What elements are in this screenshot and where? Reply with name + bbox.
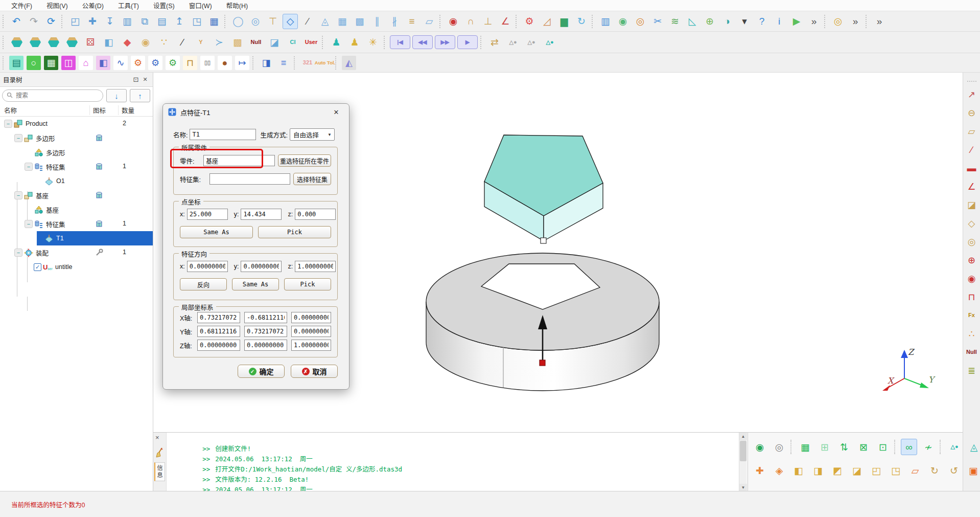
menu-view[interactable]: 视图(V) — [39, 0, 75, 11]
menu-settings[interactable]: 设置(S) — [146, 0, 182, 11]
point-y-input[interactable] — [241, 209, 282, 220]
toolbar-polygon-feature[interactable]: ◬ — [317, 14, 333, 29]
toolbar-worker-teal[interactable]: ♟ — [328, 34, 344, 51]
toolbar-prism-spectrum[interactable]: ◭ — [341, 55, 357, 71]
display-toolbar-cube-locate[interactable]: ◬ — [966, 439, 980, 455]
lcs-value-input[interactable] — [244, 326, 287, 337]
tree-row-polygon-part[interactable]: 多边形 — [0, 131, 153, 145]
search-input[interactable] — [16, 92, 99, 99]
toolbar-shape-group-3[interactable]: △● — [542, 34, 558, 51]
toolbar-quad-feature[interactable]: ▱ — [422, 14, 437, 29]
toolbar-shield-analysis[interactable]: ◆ — [119, 34, 135, 51]
toolbar-worker-yellow[interactable]: ♟ — [346, 34, 363, 51]
right-toolbar-diamond-plane[interactable]: ◇ — [965, 216, 978, 230]
tree-row-feature-t1[interactable]: T1 — [0, 231, 153, 245]
view-toolbar-iso-view[interactable]: ◈ — [771, 462, 787, 479]
right-toolbar-point-vector[interactable]: ↗ — [965, 87, 978, 101]
toolbar-vs-report[interactable]: ▥ — [598, 14, 613, 29]
toolbar-surface-feature[interactable]: ▦ — [335, 14, 350, 29]
toolbar-auto-tolerance[interactable]: Auto Tol. — [317, 55, 333, 71]
scrollbar-thumb[interactable] — [740, 441, 746, 461]
menu-help[interactable]: 帮助(H) — [219, 0, 255, 11]
tree-row-untitle[interactable]: User untitle — [0, 260, 153, 274]
display-toolbar-swap-views[interactable]: ⇅ — [836, 439, 852, 455]
toolbar-tray-model[interactable]: ▤ — [9, 55, 24, 71]
lcs-value-input[interactable] — [291, 312, 331, 323]
point-x-input[interactable] — [187, 209, 228, 220]
toolbar-mesh-cube[interactable]: ▩ — [229, 34, 246, 51]
lcs-value-input[interactable] — [291, 326, 331, 337]
toolbar-surface-points-feature[interactable]: ▩ — [352, 14, 367, 29]
view-toolbar-view-back[interactable]: ◳ — [888, 462, 904, 479]
toolbar-cube-swap[interactable]: ⇄ — [486, 34, 503, 51]
right-toolbar-concentric-circles[interactable]: ◎ — [965, 235, 978, 249]
display-toolbar-grid-filled[interactable]: ▦ — [797, 439, 813, 455]
toolbar-line-feature[interactable]: ∕ — [300, 14, 315, 29]
point-same-as-button[interactable]: Same As — [180, 226, 253, 238]
right-toolbar-position-target[interactable]: ⊕ — [965, 253, 978, 267]
expand-collapse-icon[interactable] — [14, 191, 22, 199]
toolbar-user-feature[interactable]: User — [303, 34, 319, 51]
view-toolbar-view-left[interactable]: ◧ — [790, 462, 807, 479]
toolbar-set-square[interactable]: ◿ — [539, 14, 554, 29]
toolbar-point-feature[interactable]: ◇ — [283, 14, 298, 29]
lcs-value-input[interactable] — [197, 340, 240, 351]
toolbar-tolerance-settings[interactable]: ⚙ — [522, 14, 537, 29]
toolbar-optimize-rotate[interactable]: ↻ — [574, 14, 589, 29]
tree-row-base-part[interactable]: 基座 — [0, 188, 153, 203]
toolbar-mirror-dropdown[interactable]: ▾ — [737, 14, 752, 29]
toolbar-cylinder-feature[interactable]: ◯ — [230, 14, 246, 29]
scroll-up-icon[interactable] — [739, 433, 747, 440]
right-toolbar-tree-cubes[interactable]: ∴ — [965, 327, 978, 341]
toolbar-step-prev[interactable]: ◀◀ — [412, 35, 433, 49]
display-toolbar-hide-entity-minus[interactable]: ◎ — [771, 439, 787, 455]
toolbar-plane-feature[interactable]: ≡ — [404, 14, 419, 29]
toolbar-panel-model[interactable]: ◧ — [96, 55, 111, 71]
dialog-title-bar[interactable]: 点特征-T1 — [163, 104, 349, 120]
tree-row-feature-o1[interactable]: O1 — [0, 174, 153, 188]
prism-handle-point[interactable] — [541, 238, 546, 243]
expand-collapse-icon[interactable] — [25, 220, 33, 228]
toolbar-help-rotate[interactable]: ? — [754, 14, 769, 29]
toolbar-point-network[interactable]: Y — [193, 34, 209, 51]
right-toolbar-plane-points[interactable]: ▱ — [965, 124, 978, 138]
view-toolbar-view-bottom[interactable]: ◪ — [849, 462, 865, 479]
close-panel-icon[interactable] — [141, 75, 150, 84]
select-featureset-button[interactable]: 选择特征集 — [293, 173, 331, 185]
toolbar-document-lines[interactable]: ▤ — [154, 14, 170, 29]
genmode-select[interactable]: 自由选择 — [290, 128, 335, 141]
menu-tolerance[interactable]: 公差(D) — [75, 0, 111, 11]
point-pick-button[interactable]: Pick — [258, 226, 331, 238]
right-toolbar-parallel-planes[interactable]: ▬ — [965, 161, 978, 175]
toolbar-null-feature[interactable]: Null — [248, 34, 264, 51]
tree-row-polygon-featureset[interactable]: 特征集 1 — [0, 160, 153, 174]
toolbar-export-file[interactable]: ↥ — [172, 14, 187, 29]
right-toolbar-fold-plane[interactable]: ◪ — [965, 198, 978, 212]
toolbar-gauge-report[interactable]: ◎ — [633, 14, 648, 29]
toolbar-chevron-points[interactable]: ≻ — [211, 34, 227, 51]
right-toolbar-angle-measure[interactable]: ∠ — [965, 179, 978, 193]
toolbar-step-first[interactable]: |◀ — [390, 35, 410, 49]
toolbar-line-two-points[interactable]: ∕ — [174, 34, 191, 51]
toolbar-chassis-blue[interactable]: ⚙ — [148, 55, 163, 71]
toolbar-protractor-gauge[interactable]: ∩ — [463, 14, 478, 29]
toolbar-more-tools-2[interactable]: » — [848, 14, 863, 29]
toolbar-curve-points[interactable]: ∿ — [113, 55, 128, 71]
toolbar-chassis-colored[interactable]: ⚙ — [130, 55, 146, 71]
toolbar-tee-curve[interactable]: ↦ — [235, 55, 250, 71]
clear-log-broom-icon[interactable] — [155, 447, 165, 458]
display-toolbar-unlock-file[interactable]: ⊡ — [875, 439, 891, 455]
search-box[interactable] — [2, 89, 103, 102]
view-toolbar-display-solid-edges[interactable]: ▣ — [965, 462, 980, 479]
part-input[interactable] — [203, 155, 275, 166]
tree-row-polygon-geometry[interactable]: 多边形 — [0, 145, 153, 160]
name-input[interactable] — [190, 129, 256, 140]
toolbar-rib-feature[interactable]: ∥ — [369, 14, 385, 29]
toolbar-circle-feature[interactable]: ◎ — [248, 14, 263, 29]
toolbar-run-play[interactable]: ▶ — [789, 14, 804, 29]
toolbar-phone-panels[interactable]: ▯▯ — [200, 55, 215, 71]
view-toolbar-view-right[interactable]: ◨ — [810, 462, 826, 479]
toolbar-clamp-tool[interactable]: ⊕ — [702, 14, 717, 29]
toolbar-press-machine[interactable]: ⊓ — [182, 55, 198, 71]
toolbar-shape-group-1[interactable]: △● — [505, 34, 521, 51]
